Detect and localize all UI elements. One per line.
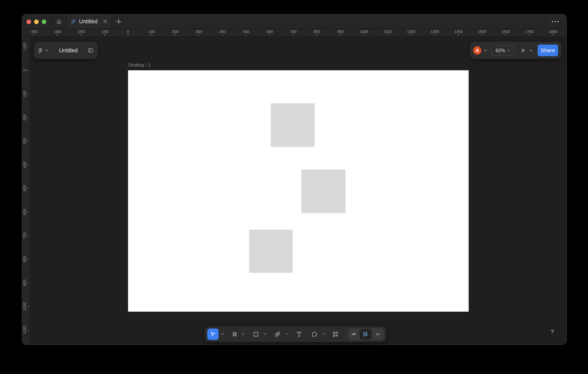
ruler-label: 0 <box>22 69 27 71</box>
zoom-level-selector[interactable]: 62% <box>491 45 514 55</box>
design-mode-button[interactable] <box>359 329 372 340</box>
home-button[interactable] <box>55 17 63 26</box>
figma-logo-icon <box>38 48 43 53</box>
text-icon <box>296 331 302 337</box>
toolbar <box>205 327 386 342</box>
ruler-tick <box>128 34 128 36</box>
canvas-rectangle[interactable] <box>249 230 293 273</box>
avatar[interactable]: A <box>473 46 481 54</box>
figma-app-window: Untitled <box>22 14 567 345</box>
ruler-label: 1500 <box>478 30 486 34</box>
ruler-label: 700 <box>22 233 27 239</box>
file-panel: Untitled <box>34 42 97 59</box>
present-button[interactable] <box>519 46 527 54</box>
sidebar-toggle-icon[interactable] <box>87 47 94 53</box>
rectangle-tool[interactable] <box>252 330 260 339</box>
ruler-label: 1200 <box>407 30 416 34</box>
draw-mode-button[interactable] <box>348 328 359 340</box>
ruler-label: 300 <box>196 30 202 34</box>
ruler-tick <box>27 330 29 330</box>
quick-actions-panel: A 62% Share <box>470 42 561 59</box>
ruler-tick <box>269 34 270 36</box>
comment-tool-chevron[interactable] <box>321 330 326 339</box>
ruler-label: -100 <box>22 43 27 50</box>
comment-icon <box>311 331 317 337</box>
ruler-tick <box>482 34 483 36</box>
window-fullscreen-button[interactable] <box>42 20 46 24</box>
window-menu-button[interactable] <box>550 19 561 24</box>
ruler-tick <box>27 259 29 259</box>
pen-tool-chevron[interactable] <box>285 330 289 339</box>
actions-tool[interactable] <box>331 330 340 339</box>
ruler-label: 700 <box>290 30 296 34</box>
ruler-label: -200 <box>77 30 85 34</box>
frame-tool[interactable] <box>230 330 239 339</box>
figma-file-icon <box>71 19 76 24</box>
comment-tool[interactable] <box>310 330 319 339</box>
pen-icon <box>274 331 281 337</box>
ruler-label: 800 <box>314 30 320 34</box>
new-tab-button[interactable] <box>115 18 122 25</box>
vertical-ruler[interactable]: -100010020030040050060070080090010001100 <box>22 37 30 344</box>
pen-tool[interactable] <box>273 330 282 339</box>
ruler-tick <box>27 141 29 141</box>
chevron-down-icon <box>507 49 510 51</box>
tab-close-button[interactable] <box>103 19 108 24</box>
toolbar-divider <box>345 329 346 340</box>
ruler-tick <box>27 212 29 212</box>
ruler-label: 1100 <box>22 326 27 334</box>
actions-icon <box>332 331 339 338</box>
file-menu-chevron[interactable] <box>45 47 49 54</box>
ruler-tick <box>553 34 553 36</box>
move-tool-chevron[interactable] <box>220 330 225 339</box>
file-name[interactable]: Untitled <box>51 47 86 53</box>
tabbar-divider <box>52 14 52 28</box>
plus-icon <box>116 19 122 24</box>
ruler-label: 400 <box>219 30 226 34</box>
ruler-label: 1700 <box>525 30 534 34</box>
rectangle-icon <box>253 331 259 337</box>
window-close-button[interactable] <box>27 20 31 24</box>
ruler-tick <box>293 34 294 36</box>
ruler-tick <box>104 34 105 36</box>
frame-tool-chevron[interactable] <box>241 330 245 339</box>
ruler-label: -400 <box>30 30 38 34</box>
horizontal-ruler[interactable]: -400-300-200-100010020030040050060070080… <box>22 29 567 37</box>
ruler-tick <box>151 34 152 36</box>
ruler-label: 1800 <box>549 30 557 34</box>
ruler-tick <box>199 34 199 36</box>
ruler-tick <box>316 34 317 36</box>
ruler-label: 1300 <box>431 30 439 34</box>
canvas[interactable] <box>31 37 567 344</box>
present-chevron[interactable] <box>529 47 534 54</box>
help-button[interactable]: ? <box>548 327 556 336</box>
ruler-tick <box>27 188 29 189</box>
dev-mode-button[interactable] <box>372 328 384 340</box>
window-minimize-button[interactable] <box>34 20 39 24</box>
draw-mode-icon <box>351 331 357 337</box>
canvas-rectangle[interactable] <box>271 103 315 147</box>
share-button[interactable]: Share <box>538 44 558 56</box>
ruler-label: 600 <box>267 30 273 34</box>
ruler-tick <box>27 235 29 236</box>
move-tool[interactable] <box>207 329 219 340</box>
ruler-label: 0 <box>127 30 129 34</box>
zoom-value: 62% <box>495 48 505 53</box>
tab-title: Untitled <box>79 18 100 25</box>
text-tool[interactable] <box>295 330 304 339</box>
ruler-tick <box>33 34 34 36</box>
ruler-label: 1100 <box>384 30 392 34</box>
ruler-label: -300 <box>53 30 61 34</box>
canvas-rectangle[interactable] <box>301 170 346 213</box>
ruler-tick <box>81 34 81 36</box>
rectangle-tool-chevron[interactable] <box>263 330 267 339</box>
ruler-label: 900 <box>22 280 27 286</box>
frame-label[interactable]: Desktop - 1 <box>128 63 151 68</box>
ruler-tick <box>387 34 388 36</box>
tab-untitled[interactable]: Untitled <box>67 14 111 28</box>
ruler-tick <box>27 164 29 165</box>
account-chevron[interactable] <box>483 47 488 54</box>
ruler-label: -100 <box>101 30 108 34</box>
ruler-tick <box>27 94 29 94</box>
ruler-tick <box>505 34 506 36</box>
